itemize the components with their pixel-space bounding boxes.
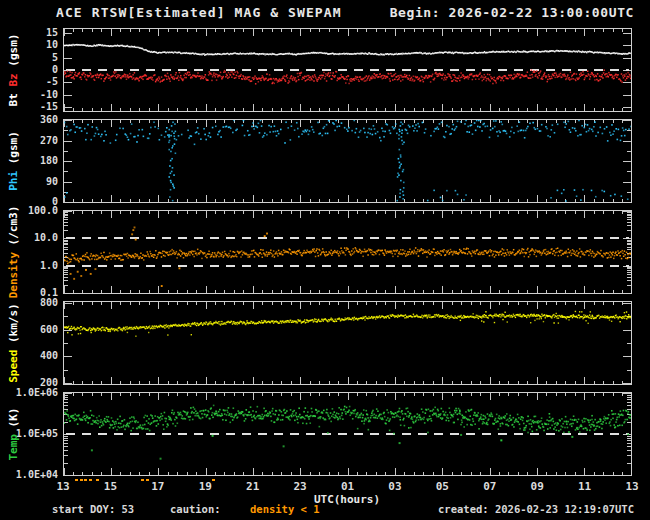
- x-tick-label: 01: [341, 480, 354, 493]
- x-tick-label: 07: [483, 480, 496, 493]
- x-tick-label: 13: [56, 480, 69, 493]
- panel-canvas-temp: [63, 392, 632, 476]
- y-axis-label-part: Bz: [7, 73, 20, 86]
- panel-canvas-phi: [63, 119, 632, 203]
- x-tick-label: 21: [246, 480, 259, 493]
- caution-density-mark: [96, 479, 99, 481]
- y-axis-label-part: (/cm3): [7, 206, 20, 252]
- begin-timestamp: Begin: 2026-02-22 13:00:00UTC: [390, 5, 634, 20]
- x-tick-label: 03: [388, 480, 401, 493]
- y-axis-label-part: (gsm): [7, 131, 20, 171]
- x-axis-label: UTC(hours): [314, 493, 380, 506]
- y-axis-label-part: (gsm): [7, 34, 20, 74]
- x-tick-label: 11: [578, 480, 591, 493]
- caution-value: density < 1: [250, 503, 320, 515]
- x-tick-label: 19: [199, 480, 212, 493]
- caution-density-mark: [84, 479, 87, 481]
- caution-density-mark: [89, 479, 92, 481]
- panel-canvas-density: [63, 210, 632, 294]
- chart-title: ACE RTSW[Estimated] MAG & SWEPAM: [56, 5, 342, 20]
- ace-rtsw-plot-page: { "header": { "title": "ACE RTSW[Estimat…: [0, 0, 650, 520]
- created-timestamp: created: 2026-02-23 12:19:07UTC: [438, 503, 634, 515]
- y-axis-label-part: (km/s): [7, 303, 20, 349]
- x-tick-label: 17: [151, 480, 164, 493]
- start-doy-label: start DOY: 53: [52, 503, 134, 515]
- caution-density-mark: [75, 479, 78, 481]
- caution-density-mark: [80, 479, 83, 481]
- caution-label: caution:: [170, 503, 221, 515]
- y-axis-label-part: (K): [7, 408, 20, 435]
- panel-canvas-speed: [63, 301, 632, 385]
- panel-canvas-mag-bt-bz: [63, 28, 632, 112]
- caution-density-mark: [146, 479, 149, 481]
- x-tick-label: 05: [436, 480, 449, 493]
- caution-density-mark: [212, 479, 215, 481]
- y-axis-label-temp: Temp (K): [7, 369, 21, 499]
- x-tick-label: 15: [104, 480, 117, 493]
- x-tick-label: 13: [625, 480, 638, 493]
- y-axis-label-part: Temp: [7, 434, 20, 461]
- x-tick-label: 09: [531, 480, 544, 493]
- x-tick-label: 23: [293, 480, 306, 493]
- caution-density-mark: [141, 479, 144, 481]
